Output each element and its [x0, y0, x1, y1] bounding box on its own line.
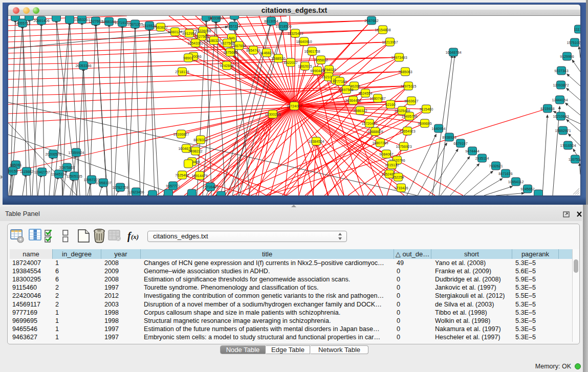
- svg-text:17359924: 17359924: [68, 151, 84, 155]
- svg-text:8471676: 8471676: [498, 172, 512, 176]
- svg-text:10973493: 10973493: [391, 56, 407, 59]
- svg-text:10807487: 10807487: [369, 97, 385, 100]
- svg-text:30975867: 30975867: [59, 166, 75, 169]
- svg-text:9463627: 9463627: [404, 99, 418, 103]
- svg-text:26053346: 26053346: [75, 64, 91, 68]
- svg-text:9129966: 9129966: [560, 55, 574, 58]
- svg-text:9327505: 9327505: [194, 35, 208, 38]
- svg-text:10756923: 10756923: [396, 145, 411, 148]
- svg-text:12975115: 12975115: [401, 84, 417, 88]
- svg-text:8938923: 8938923: [442, 136, 456, 139]
- svg-text:885061: 885061: [10, 163, 21, 167]
- svg-text:2718176: 2718176: [175, 70, 189, 74]
- svg-text:10654112: 10654112: [508, 180, 524, 184]
- svg-text:14055713: 14055713: [14, 21, 30, 25]
- svg-text:8878332: 8878332: [193, 138, 207, 142]
- svg-text:2687682: 2687682: [364, 19, 378, 23]
- svg-text:62160: 62160: [385, 103, 396, 106]
- svg-text:1588520: 1588520: [271, 57, 285, 60]
- svg-text:6794028: 6794028: [322, 68, 336, 72]
- svg-text:19654923: 19654923: [399, 129, 415, 133]
- svg-text:1733426: 1733426: [394, 186, 408, 190]
- svg-text:16914479: 16914479: [191, 174, 207, 178]
- svg-text:19218506: 19218506: [275, 25, 291, 28]
- svg-text:1615132: 1615132: [385, 163, 399, 167]
- svg-text:8454749: 8454749: [246, 49, 260, 52]
- svg-text:9242848: 9242848: [220, 64, 233, 68]
- svg-text:7625402: 7625402: [175, 173, 189, 177]
- svg-text:16210643: 16210643: [553, 115, 569, 118]
- svg-text:(x): (x): [131, 233, 139, 240]
- svg-text:15692971: 15692971: [555, 129, 571, 133]
- svg-text:9777169: 9777169: [333, 80, 346, 83]
- svg-text:10025438: 10025438: [394, 109, 410, 113]
- svg-text:12213967: 12213967: [382, 40, 398, 44]
- svg-text:15716485: 15716485: [202, 185, 218, 189]
- svg-text:16154808: 16154808: [375, 28, 390, 32]
- svg-text:12093872: 12093872: [553, 83, 569, 87]
- svg-text:15720407: 15720407: [361, 122, 377, 125]
- svg-text:7357224: 7357224: [226, 25, 240, 28]
- svg-text:16961758: 16961758: [304, 50, 320, 53]
- svg-text:15751074: 15751074: [567, 41, 580, 45]
- svg-text:9146821: 9146821: [259, 51, 273, 55]
- svg-text:7663822: 7663822: [154, 26, 167, 29]
- svg-text:7955812: 7955812: [314, 58, 328, 62]
- svg-text:3875685: 3875685: [223, 51, 237, 54]
- svg-text:9657771: 9657771: [166, 184, 180, 188]
- svg-text:8813054: 8813054: [264, 19, 278, 23]
- svg-text:1527602: 1527602: [89, 19, 102, 23]
- svg-text:11174: 11174: [574, 28, 580, 31]
- svg-text:18724007: 18724007: [286, 104, 302, 108]
- svg-text:10688609: 10688609: [367, 130, 383, 134]
- svg-text:7986322: 7986322: [353, 109, 367, 113]
- svg-text:10653267: 10653267: [74, 18, 90, 21]
- svg-text:7485063: 7485063: [398, 70, 412, 74]
- svg-text:98901: 98901: [183, 56, 193, 60]
- svg-text:1362615: 1362615: [298, 64, 312, 68]
- svg-text:8660124: 8660124: [168, 30, 182, 34]
- svg-text:2867608: 2867608: [232, 44, 246, 48]
- svg-text:16543362: 16543362: [187, 41, 203, 45]
- svg-text:8215938: 8215938: [540, 107, 554, 111]
- svg-text:19384554: 19384554: [308, 140, 324, 143]
- svg-text:20691406: 20691406: [33, 19, 49, 23]
- svg-text:9227343: 9227343: [554, 69, 568, 73]
- svg-text:3624554: 3624554: [358, 92, 372, 95]
- svg-text:252254: 252254: [392, 176, 404, 179]
- svg-text:19166827: 19166827: [173, 133, 189, 136]
- svg-text:9245652: 9245652: [520, 187, 534, 191]
- svg-text:39159: 39159: [8, 169, 18, 173]
- svg-text:6497568: 6497568: [339, 88, 353, 92]
- svg-text:1640954: 1640954: [431, 127, 445, 130]
- svg-text:9115460: 9115460: [420, 107, 433, 111]
- svg-text:20206576: 20206576: [45, 152, 61, 156]
- svg-text:2935114: 2935114: [475, 157, 489, 160]
- svg-text:9474444: 9474444: [465, 149, 479, 153]
- svg-text:1167534: 1167534: [569, 158, 580, 161]
- svg-text:12226058: 12226058: [195, 29, 211, 33]
- svg-text:16648784: 16648784: [445, 51, 461, 54]
- svg-text:16782759: 16782759: [112, 186, 128, 189]
- svg-text:8322037: 8322037: [284, 61, 297, 64]
- svg-text:9699695: 9699695: [418, 122, 431, 125]
- svg-text:18807249: 18807249: [372, 141, 388, 145]
- svg-text:12942757: 12942757: [34, 170, 50, 174]
- svg-text:20364436: 20364436: [345, 99, 361, 102]
- svg-text:8186328: 8186328: [207, 39, 221, 42]
- svg-text:5498222: 5498222: [188, 149, 202, 153]
- svg-text:11325419: 11325419: [288, 32, 303, 35]
- svg-text:12923466: 12923466: [128, 190, 144, 194]
- svg-text:16671355: 16671355: [127, 23, 143, 26]
- svg-text:18300295: 18300295: [265, 113, 280, 116]
- svg-text:16033809: 16033809: [208, 16, 224, 20]
- svg-text:11945194: 11945194: [51, 172, 67, 176]
- svg-text:9084067: 9084067: [379, 152, 393, 156]
- svg-text:6879197: 6879197: [453, 142, 467, 145]
- svg-text:10958107: 10958107: [95, 181, 111, 185]
- svg-text:18640910: 18640910: [296, 40, 312, 43]
- svg-text:7632621: 7632621: [489, 164, 503, 168]
- svg-text:17016504: 17016504: [560, 144, 576, 147]
- svg-text:19495796: 19495796: [401, 115, 417, 118]
- svg-text:12505135: 12505135: [66, 174, 82, 178]
